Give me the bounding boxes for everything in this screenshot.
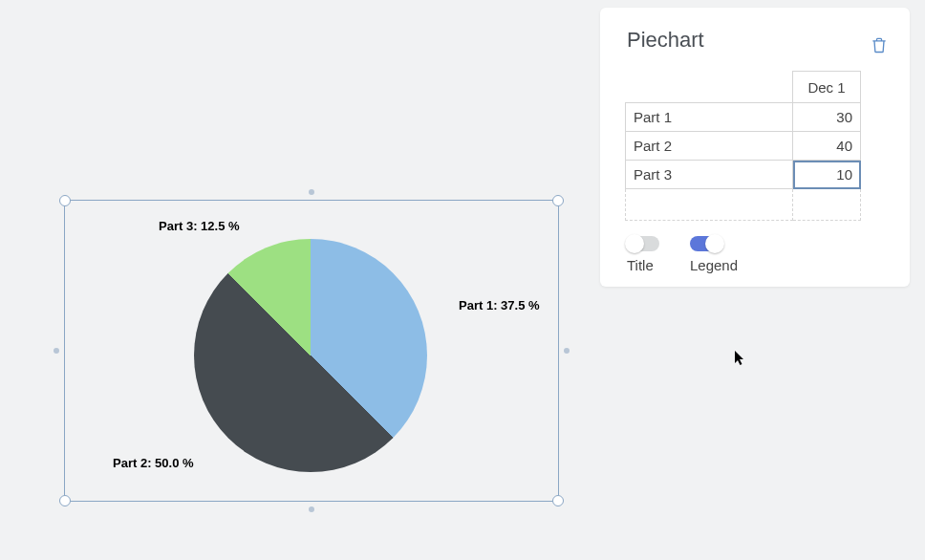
resize-mid-top[interactable] bbox=[309, 189, 314, 195]
resize-mid-right[interactable] bbox=[564, 348, 570, 354]
row-value[interactable]: 30 bbox=[793, 103, 861, 132]
add-row-name[interactable] bbox=[626, 189, 793, 221]
resize-handle-top-left[interactable] bbox=[59, 195, 71, 206]
table-row: Part 3 10 bbox=[626, 161, 861, 189]
slice-label-part3: Part 3: 12.5 % bbox=[159, 219, 240, 233]
add-row-value[interactable] bbox=[793, 189, 861, 221]
toggle-title[interactable] bbox=[627, 236, 659, 251]
data-table: Dec 1 Part 1 30 Part 2 40 Part 3 10 bbox=[625, 71, 861, 221]
add-row bbox=[626, 189, 861, 221]
panel-title: Piechart bbox=[627, 28, 704, 53]
table-corner bbox=[626, 72, 793, 103]
toggle-legend[interactable] bbox=[690, 236, 722, 251]
cursor-icon bbox=[735, 351, 746, 369]
row-name[interactable]: Part 2 bbox=[626, 132, 793, 161]
slice-label-part1: Part 1: 37.5 % bbox=[459, 298, 540, 312]
resize-handle-bottom-right[interactable] bbox=[552, 495, 564, 506]
resize-mid-bottom[interactable] bbox=[309, 506, 314, 512]
toggle-legend-label: Legend bbox=[690, 257, 738, 273]
table-row: Part 2 40 bbox=[626, 132, 861, 161]
resize-handle-top-right[interactable] bbox=[552, 195, 564, 206]
slice-label-part2: Part 2: 50.0 % bbox=[113, 456, 194, 470]
delete-icon[interactable] bbox=[870, 34, 889, 55]
resize-handle-bottom-left[interactable] bbox=[59, 495, 71, 506]
column-header[interactable]: Dec 1 bbox=[793, 72, 861, 103]
table-row: Part 1 30 bbox=[626, 103, 861, 132]
toggle-title-label: Title bbox=[627, 257, 654, 273]
resize-mid-left[interactable] bbox=[54, 348, 59, 354]
row-value[interactable]: 40 bbox=[793, 132, 861, 161]
row-name[interactable]: Part 1 bbox=[626, 103, 793, 132]
pie-chart[interactable] bbox=[194, 239, 427, 472]
properties-panel: Piechart Dec 1 Part 1 30 Part 2 40 Part … bbox=[600, 8, 910, 287]
row-name[interactable]: Part 3 bbox=[626, 161, 793, 189]
row-value-active[interactable]: 10 bbox=[793, 161, 861, 189]
